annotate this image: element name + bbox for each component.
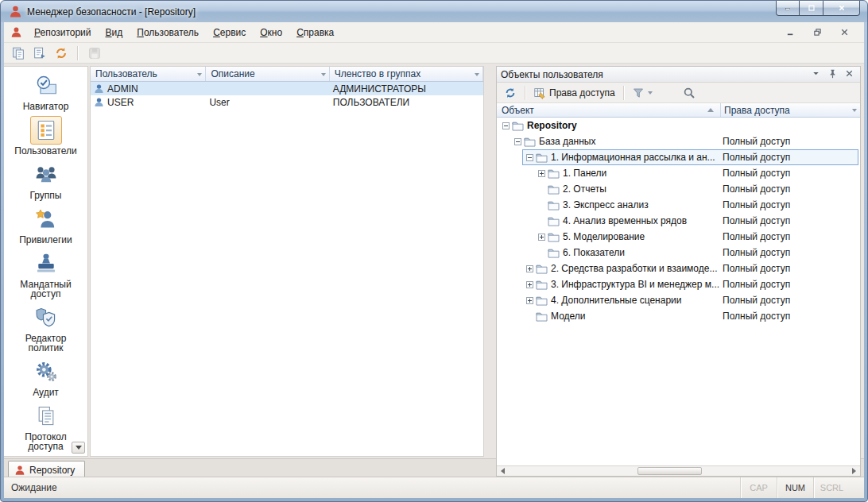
tree-row[interactable]: 3. Экспресс анализПолный доступ: [497, 197, 860, 213]
panel-menu-button[interactable]: [811, 68, 821, 81]
sidebar-item-users[interactable]: Пользователи: [4, 114, 87, 158]
plus-icon: [526, 265, 533, 272]
panel-close-button[interactable]: [844, 68, 854, 81]
mdi-close-button[interactable]: [837, 26, 851, 39]
tree-row[interactable]: 4. Дополнительные сценарииПолный доступ: [497, 292, 860, 308]
tree-indent: [536, 213, 547, 229]
minus-icon: [514, 138, 521, 145]
expand-button[interactable]: [536, 229, 547, 245]
sidebar-item-audit[interactable]: Аудит: [4, 355, 87, 400]
column-header[interactable]: Описание: [206, 67, 329, 81]
cell-description: User: [206, 95, 329, 109]
close-button[interactable]: [823, 1, 860, 16]
sidebar-item-navigator[interactable]: Навигатор: [4, 69, 87, 114]
menu-item[interactable]: Справка: [289, 24, 341, 41]
sidebar-item-icon-box: [30, 160, 62, 189]
scroll-left-button[interactable]: [497, 466, 509, 476]
menu-item[interactable]: Сервис: [206, 24, 253, 41]
minimize-button[interactable]: [776, 1, 800, 16]
mdi-buttons: [783, 26, 864, 39]
column-header[interactable]: Пользователь: [91, 67, 206, 81]
collapse-button[interactable]: [524, 149, 535, 165]
copy-user-button[interactable]: [8, 44, 28, 62]
sidebar-item-groups[interactable]: Группы: [4, 158, 87, 203]
menu-item[interactable]: Окно: [253, 24, 289, 41]
objects-panel-toolbar: Права доступа: [497, 83, 860, 103]
mdi-minimize-button[interactable]: [783, 26, 797, 39]
scrollbar-track[interactable]: [509, 466, 848, 476]
column-filter-arrow[interactable]: [321, 73, 326, 76]
restore-icon: [812, 27, 823, 37]
sidebar-item-icon-box: [30, 357, 62, 386]
tree-row[interactable]: МоделиПолный доступ: [497, 308, 860, 324]
mandatory-access-icon: [34, 252, 58, 276]
access-rights-button[interactable]: Права доступа: [530, 84, 618, 102]
refresh-button[interactable]: [51, 44, 71, 62]
arrow-left-icon: [501, 468, 505, 474]
sidebar-item-privileges[interactable]: Привилегии: [4, 203, 87, 247]
chevron-down-icon: [811, 68, 821, 79]
folder-icon: [535, 280, 551, 290]
plus-icon: [538, 170, 545, 177]
refresh-button[interactable]: [501, 84, 520, 102]
menu-item[interactable]: Вид: [99, 24, 130, 41]
column-filter-arrow[interactable]: [197, 73, 202, 76]
tree-row[interactable]: 1. ПанелиПолный доступ: [497, 165, 860, 181]
caption-buttons: [776, 1, 860, 16]
tree-node-label: 6. Показатели: [563, 247, 625, 258]
column-header-object[interactable]: Объект: [497, 103, 721, 117]
tab-label: Repository: [29, 465, 75, 476]
tree-row[interactable]: 2. Средства разработки и взаимоде...Полн…: [497, 261, 860, 276]
navigator-icon: [34, 74, 58, 98]
column-filter-arrow[interactable]: [475, 73, 479, 76]
tree-row[interactable]: Repository: [497, 118, 860, 133]
tree-row[interactable]: 2. ОтчетыПолный доступ: [497, 181, 860, 197]
table-row[interactable]: ADMINАДМИНИСТРАТОРЫ: [91, 82, 483, 95]
mdi-restore-button[interactable]: [810, 26, 824, 39]
expand-button[interactable]: [536, 165, 547, 181]
tree-node-rights: Полный доступ: [723, 295, 790, 306]
menu-item[interactable]: Репозиторий: [27, 24, 99, 41]
column-header[interactable]: Членство в группах: [330, 67, 483, 81]
statusbar: Ожидание CAPNUMSCRL: [4, 477, 864, 498]
column-header-label: Права доступа: [724, 105, 790, 116]
tree-row[interactable]: База данныхПолный доступ: [497, 133, 860, 149]
tree-row[interactable]: 4. Анализ временных рядовПолный доступ: [497, 213, 860, 229]
sidebar-item-policy-editor[interactable]: Редактор политик: [4, 301, 87, 355]
folder-icon: [535, 295, 551, 306]
access-rights-label: Права доступа: [549, 87, 615, 98]
copy-button[interactable]: [29, 44, 49, 62]
maximize-button[interactable]: [800, 1, 823, 16]
arrow-down-icon: [76, 446, 82, 450]
expand-button[interactable]: [524, 261, 535, 276]
main-toolbar: [4, 43, 864, 64]
sidebar-item-icon-box: [30, 303, 62, 332]
scroll-right-button[interactable]: [848, 466, 860, 476]
scrollbar-thumb[interactable]: [637, 467, 702, 475]
refresh-icon: [504, 87, 517, 99]
app-icon: [14, 465, 25, 476]
horizontal-scrollbar[interactable]: [497, 465, 860, 476]
user-small-icon: [94, 83, 107, 94]
column-header-rights[interactable]: Права доступа: [721, 103, 860, 117]
tree-row[interactable]: 3. Инфраструктура BI и менеджер м...Полн…: [497, 276, 860, 292]
column-filter-arrow[interactable]: [852, 109, 857, 112]
expand-button[interactable]: [524, 276, 535, 292]
collapse-button[interactable]: [500, 118, 511, 133]
menu-item[interactable]: Пользователь: [130, 24, 206, 41]
filter-button[interactable]: [629, 84, 656, 102]
expand-button[interactable]: [524, 292, 535, 308]
pin-icon: [827, 68, 838, 79]
titlebar[interactable]: Менеджер безопасности - [Repository]: [1, 1, 867, 22]
tree-row[interactable]: 6. ПоказателиПолный доступ: [497, 245, 860, 261]
table-row[interactable]: USERUserПОЛЬЗОВАТЕЛИ: [91, 95, 483, 109]
tree-row[interactable]: 5. МоделированиеПолный доступ: [497, 229, 860, 245]
collapse-button[interactable]: [512, 133, 523, 149]
tree-row[interactable]: 1. Информационная рассылка и ан...Полный…: [497, 149, 860, 165]
tree-node-rights: Полный доступ: [723, 279, 790, 290]
search-button[interactable]: [680, 84, 699, 102]
sidebar-item-mandatory-access[interactable]: Мандатный доступ: [4, 247, 87, 301]
sidebar-scroll-down-button[interactable]: [72, 442, 85, 454]
pin-button[interactable]: [827, 68, 838, 81]
mdi-system-icon[interactable]: [10, 26, 22, 38]
